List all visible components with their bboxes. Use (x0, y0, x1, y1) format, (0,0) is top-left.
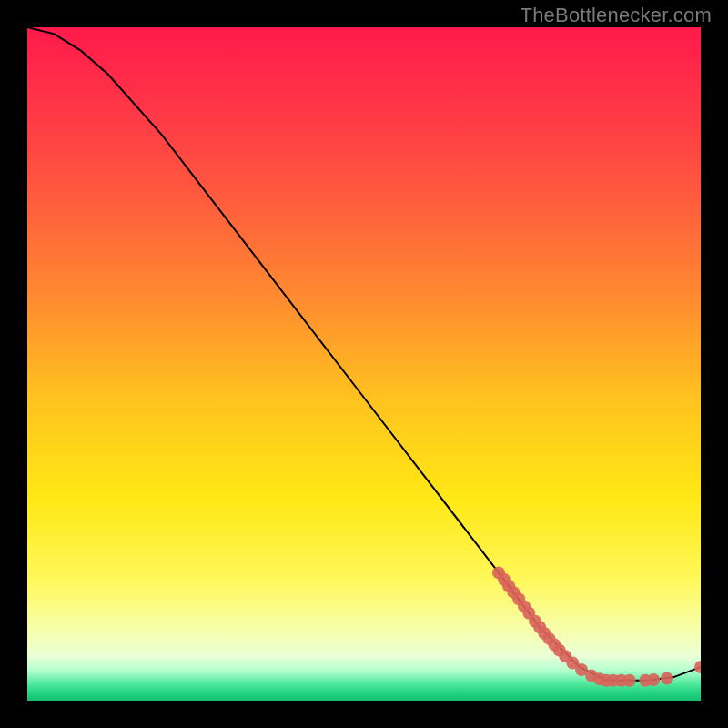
data-point (647, 673, 660, 686)
chart-container: TheBottlenecker.com (0, 0, 728, 728)
plot-area (27, 27, 701, 701)
chart-svg (27, 27, 701, 701)
data-point (661, 672, 673, 685)
attribution-label: TheBottlenecker.com (521, 4, 712, 27)
gradient-background (27, 27, 701, 701)
data-point (623, 674, 636, 687)
